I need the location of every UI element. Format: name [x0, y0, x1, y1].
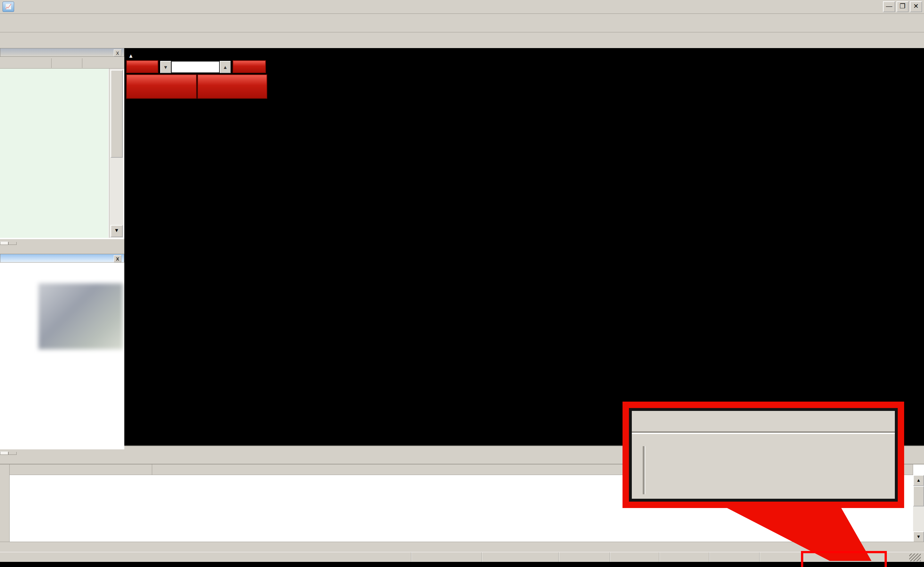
terminal-col-name[interactable]	[10, 465, 152, 475]
volume-up-icon[interactable]: ▲	[220, 61, 231, 73]
volume-down-icon[interactable]: ▼	[160, 61, 171, 73]
status-open	[558, 552, 610, 562]
standard-toolbar	[0, 14, 924, 32]
navigator-tabs	[0, 450, 124, 464]
status-high	[610, 552, 659, 562]
buy-button[interactable]	[232, 60, 266, 73]
menu-bar: 📈 —❐✕	[0, 0, 924, 14]
market-watch-rows	[0, 69, 108, 238]
popup-cell-divider	[643, 446, 645, 494]
app-icon: 📈	[3, 2, 14, 12]
tab-symbol-list[interactable]	[0, 242, 8, 245]
scroll-up-icon[interactable]: ▲	[913, 475, 924, 486]
tab-tick-chart[interactable]	[8, 242, 16, 245]
bottom-edge	[0, 562, 924, 567]
disconnect-popup	[622, 402, 904, 508]
chart-title: ▲	[128, 51, 139, 60]
market-watch-title: x	[0, 48, 124, 57]
status-help-text	[0, 552, 411, 562]
account-names-blurred	[39, 283, 123, 349]
tab-common[interactable]	[0, 452, 8, 455]
status-profile[interactable]	[411, 552, 482, 562]
candlestick-chart[interactable]	[125, 48, 903, 431]
status-low	[659, 552, 709, 562]
mt4-window: 📈 —❐✕ x ▼ x	[0, 0, 924, 567]
market-watch-header	[0, 57, 124, 69]
col-ask[interactable]	[82, 58, 95, 68]
minimize-button[interactable]: —	[883, 1, 895, 12]
navigator-title: x	[0, 254, 124, 263]
scrollbar-thumb[interactable]	[913, 486, 924, 507]
maximize-button[interactable]: ❐	[897, 1, 909, 12]
popup-connection-bars-icon	[657, 443, 731, 498]
line-studies-toolbar	[0, 32, 924, 48]
buy-price-box[interactable]	[197, 74, 267, 99]
market-watch-scrollbar[interactable]: ▼	[109, 69, 123, 238]
window-controls: —❐✕	[882, 1, 922, 12]
navigator-panel: x	[0, 254, 125, 464]
terminal-scrollbar[interactable]: ▲ ▼	[913, 475, 924, 542]
tab-favorites[interactable]	[8, 452, 16, 455]
popup-statusbar-edge	[632, 411, 895, 433]
terminal-vertical-label[interactable]	[0, 465, 10, 542]
scroll-down-icon[interactable]: ▼	[913, 531, 924, 542]
sell-price-box[interactable]	[126, 74, 197, 99]
col-bid[interactable]	[51, 58, 64, 68]
close-button[interactable]: ✕	[910, 1, 922, 12]
sell-button[interactable]	[126, 60, 158, 73]
one-click-trading-panel: ▼ ▲	[126, 60, 269, 98]
volume-input[interactable]	[171, 61, 220, 73]
scroll-down-icon[interactable]: ▼	[111, 225, 123, 237]
navigator-close-icon[interactable]: x	[114, 255, 122, 262]
market-watch-tabs	[0, 239, 124, 254]
popup-screenshot	[629, 408, 898, 502]
collapse-panel-icon[interactable]: ▲	[128, 53, 134, 59]
market-watch-close-icon[interactable]: x	[114, 50, 122, 56]
terminal-col-desc[interactable]	[152, 465, 689, 475]
market-watch-panel: x ▼	[0, 48, 125, 254]
connection-annotation-box	[801, 551, 887, 567]
resize-grip[interactable]	[909, 553, 921, 561]
status-datetime	[482, 552, 558, 562]
scrollbar-thumb[interactable]	[111, 70, 123, 158]
